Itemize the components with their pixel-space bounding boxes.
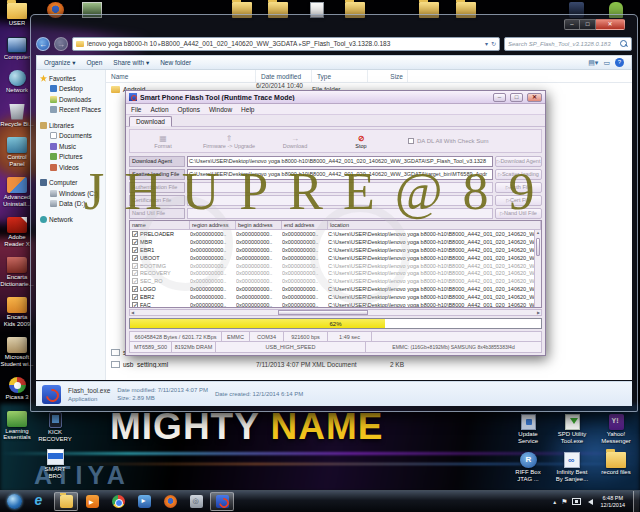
taskbar-button[interactable] (184, 492, 208, 511)
column-header-date[interactable]: Date modified (256, 70, 312, 82)
desktop-icon[interactable]: Microsoft Student wi... (0, 337, 34, 367)
horizontal-scrollbar[interactable]: ◀ ▶ (129, 309, 542, 316)
menu-item[interactable]: Help (241, 106, 254, 113)
partition-column-header[interactable]: name (130, 221, 190, 229)
scroll-right-icon[interactable]: ▶ (537, 310, 540, 316)
desktop-icon[interactable]: SPD Utility Tool.exe (555, 414, 589, 452)
field-value[interactable]: C:\Users\USER\Desktop\lenovo yoga b8000-… (187, 169, 493, 180)
menu-item[interactable]: File (131, 106, 141, 113)
partition-checkbox[interactable] (132, 247, 138, 253)
action-button[interactable]: Stop (328, 134, 394, 149)
open-button[interactable]: Open (86, 59, 102, 66)
help-icon[interactable]: ? (615, 58, 624, 67)
taskbar-button[interactable] (80, 492, 104, 511)
desktop-icon[interactable]: Yahoo! Messenger (599, 414, 633, 452)
tray-expand-icon[interactable]: ▲ (552, 499, 557, 505)
field-browse-button[interactable]: Download Agent (495, 156, 542, 167)
partition-column-header[interactable]: end address (282, 221, 328, 229)
sidebar-item[interactable]: Libraries (36, 120, 105, 131)
partition-row[interactable]: EBR1 0x000000000.. 0x000000000.. 0x00000… (130, 246, 534, 254)
action-button[interactable]: Download (262, 134, 328, 149)
sidebar-item[interactable]: Videos (36, 162, 105, 173)
partition-checkbox[interactable] (132, 239, 138, 245)
taskbar-clock[interactable]: 6:48 PM 12/1/2014 (597, 495, 629, 509)
taskbar-button[interactable] (132, 492, 156, 511)
partition-checkbox[interactable] (132, 270, 138, 276)
field-value[interactable] (187, 182, 493, 193)
preview-pane-icon[interactable]: ▭ (603, 59, 610, 67)
chevron-down-icon[interactable]: ▾ (485, 40, 488, 47)
close-button[interactable]: ✕ (596, 19, 625, 30)
desktop-icon[interactable]: Recycle Bi... (0, 104, 34, 128)
partition-checkbox[interactable] (132, 278, 138, 284)
partition-row[interactable]: FAC 0x000000000.. 0x000000000.. 0x000000… (130, 301, 534, 307)
desktop-icon[interactable]: Advanced Uninstall... (0, 177, 34, 207)
field-browse-button[interactable]: Auth File (495, 182, 542, 193)
taskbar-button[interactable] (210, 492, 234, 511)
desktop-icon[interactable]: RIFF Box JTAG ... (511, 452, 545, 490)
organize-menu[interactable]: Organize ▾ (44, 59, 75, 67)
breadcrumb-segment[interactable]: B8000_A442_001_020_140620_WW_3GDATA (161, 40, 302, 47)
desktop-icon[interactable]: Network (0, 70, 34, 94)
field-browse-button[interactable]: Cert File (495, 195, 542, 206)
column-header-type[interactable]: Type (312, 70, 368, 82)
sidebar-item[interactable]: Desktop (36, 84, 105, 95)
views-icon[interactable]: ▤▾ (588, 59, 598, 67)
volume-icon[interactable] (585, 499, 593, 505)
minimize-button[interactable]: – (493, 93, 506, 102)
search-input[interactable]: Search SP_Flash_Tool_v3.1328.0.183 (504, 37, 632, 51)
partition-column-header[interactable]: begin address (236, 221, 282, 229)
partition-row[interactable]: MBR 0x000000000.. 0x000000000.. 0x000000… (130, 238, 534, 246)
desktop-icon[interactable]: Adobe Reader X (0, 217, 34, 247)
partition-row[interactable]: RECOVERY 0x000000000.. 0x000000000.. 0x0… (130, 269, 534, 277)
sidebar-item[interactable]: Network (36, 214, 105, 225)
sidebar-item[interactable]: Windows (C:) (36, 188, 105, 199)
sidebar-item[interactable]: Pictures (36, 152, 105, 163)
sidebar-item[interactable]: Documents (36, 131, 105, 142)
desktop-icon[interactable]: record files (599, 452, 633, 490)
partition-checkbox[interactable] (132, 302, 138, 307)
taskbar-button[interactable] (158, 492, 182, 511)
da-dl-checkbox-row[interactable]: DA DL All With Check Sum (408, 138, 488, 144)
desktop-icon[interactable]: Encarta Kids 2009 (0, 297, 34, 327)
taskbar-button[interactable] (54, 492, 78, 511)
maximize-button[interactable]: □ (580, 19, 596, 30)
partition-row[interactable]: LOGO 0x000000000.. 0x000000000.. 0x00000… (130, 285, 534, 293)
share-with-menu[interactable]: Share with ▾ (113, 59, 149, 67)
partition-row[interactable]: SEC_RO 0x000000000.. 0x000000000.. 0x000… (130, 277, 534, 285)
desktop-icon[interactable]: Learning Essentials f... (0, 411, 34, 442)
desktop-icon[interactable]: Update Service (511, 414, 545, 452)
partition-row[interactable]: PRELOADER 0x000000000.. 0x000000000.. 0x… (130, 230, 534, 238)
field-value[interactable]: C:\Users\USER\Desktop\lenovo yoga b8000-… (187, 156, 493, 167)
file-row[interactable]: usb_setting.xml 7/11/2013 4:07 PM XML Do… (106, 358, 632, 370)
network-icon[interactable] (572, 498, 581, 505)
breadcrumb-segment[interactable]: lenovo yoga b8000-h 10 (87, 40, 161, 47)
checkbox-icon[interactable] (408, 138, 414, 144)
desktop-icon[interactable]: USER (0, 3, 34, 27)
sidebar-item[interactable]: Computer (36, 178, 105, 189)
partition-row[interactable]: EBR2 0x000000000.. 0x000000000.. 0x00000… (130, 293, 534, 301)
tab-download[interactable]: Download (129, 116, 172, 127)
desktop-icon[interactable]: Picasa 3 (0, 377, 34, 401)
refresh-icon[interactable]: ↻ (491, 40, 496, 47)
sidebar-item[interactable]: Favorites (36, 73, 105, 84)
column-header-size[interactable]: Size (368, 70, 408, 82)
action-button[interactable]: Format (130, 134, 196, 149)
desktop-icon[interactable]: KICK RECOVERY (38, 412, 72, 442)
breadcrumb[interactable]: lenovo yoga b8000-h 10B8000_A442_001_020… (72, 37, 500, 51)
scroll-left-icon[interactable]: ◀ (131, 310, 134, 316)
menu-item[interactable]: Action (150, 106, 168, 113)
taskbar-button[interactable] (106, 492, 130, 511)
breadcrumb-segment[interactable]: SP_Flash_Tool_v3.1328.0.183 (302, 40, 391, 47)
back-button[interactable]: ← (36, 37, 50, 51)
new-folder-button[interactable]: New folder (160, 59, 191, 66)
field-value[interactable] (187, 195, 493, 206)
vertical-scrollbar[interactable]: ▲ (534, 230, 541, 307)
forward-button[interactable]: → (54, 37, 68, 51)
partition-column-header[interactable]: region address (190, 221, 236, 229)
sidebar-item[interactable]: Data (D:) (36, 199, 105, 210)
partition-row[interactable]: BOOTIMG 0x000000000.. 0x000000000.. 0x00… (130, 262, 534, 270)
partition-column-header[interactable]: location (328, 221, 541, 229)
taskbar-button[interactable] (2, 492, 26, 511)
desktop-icon[interactable]: Encarta Dictionarie... (0, 257, 34, 287)
